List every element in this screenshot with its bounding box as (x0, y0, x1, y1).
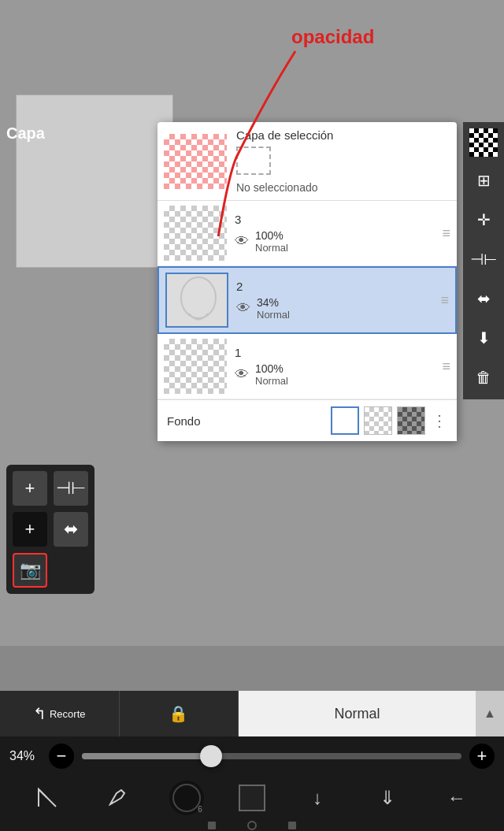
recorte-label: Recorte (50, 708, 86, 720)
merge-icon[interactable]: ⊣⊢ (54, 471, 88, 506)
eye-icon-2[interactable]: 👁 (236, 300, 250, 317)
eye-icon-1[interactable]: 👁 (235, 366, 249, 383)
layer-num-2: 2 (236, 280, 440, 293)
double-arrow-down-icon[interactable]: ⇓ (370, 781, 405, 815)
clipping-icon[interactable]: ⬌ (54, 512, 88, 547)
opacity-minus-button[interactable]: − (49, 744, 74, 769)
delete-icon[interactable]: 🗑 (468, 362, 499, 393)
bottom-toolbar: ↰ Recorte 🔒 Normal ▲ (0, 691, 504, 736)
nav-back-button[interactable] (288, 822, 296, 829)
layer-row-2[interactable]: 2 👁 34% Normal ≡ (158, 266, 457, 334)
layer-blend-3: Normal (255, 242, 288, 254)
opacity-slider-thumb[interactable] (200, 745, 222, 767)
opacity-plus-button[interactable]: + (469, 744, 495, 769)
brush-tool-icon[interactable] (99, 781, 134, 815)
layer-thumb-3 (164, 206, 227, 261)
selection-layer-thumb (164, 134, 227, 189)
layer-thumb-2 (165, 273, 228, 328)
capa-header-label: Capa (6, 124, 45, 143)
left-tool-panel: + ⊣⊢ + ⬌ 📷 (6, 465, 94, 594)
nav-stop-button[interactable] (208, 822, 216, 829)
checkerboard-icon[interactable] (469, 128, 498, 157)
layer-opacity-row-3: 👁 100% Normal (235, 229, 442, 254)
selection-dashed-box (236, 147, 271, 175)
layer-row-3[interactable]: 3 👁 100% Normal ≡ (158, 201, 457, 266)
square-tool-icon[interactable] (239, 785, 265, 811)
camera-icon[interactable]: 📷 (13, 553, 47, 588)
download-icon[interactable]: ⬇ (468, 322, 499, 354)
fondo-swatches (331, 406, 425, 435)
opacity-value: 34% (9, 749, 41, 763)
add-layer-icon[interactable]: + (13, 471, 47, 506)
blend-mode-button[interactable]: Normal (239, 691, 476, 736)
opacity-slider-track[interactable] (82, 753, 461, 759)
opacity-slider-fill (82, 753, 211, 759)
layer-row-1[interactable]: 1 👁 100% Normal ≡ (158, 334, 457, 399)
active-brush-icon[interactable]: 6 (169, 781, 204, 815)
layer-num-3: 3 (235, 213, 442, 226)
move-icon[interactable]: ✛ (468, 204, 499, 236)
recorte-button[interactable]: ↰ Recorte (0, 691, 120, 736)
layer-opacity-2: 34% (257, 296, 290, 309)
fondo-label: Fondo (167, 414, 331, 428)
system-nav (0, 819, 504, 831)
layer-thumb-1 (164, 339, 227, 394)
swatch-gray[interactable] (364, 406, 392, 435)
back-arrow-icon[interactable]: ← (439, 781, 474, 815)
layer-menu-icon-2[interactable]: ≡ (440, 292, 449, 309)
bottom-tools: 6 ↓ ⇓ ← (0, 776, 504, 819)
shrink-icon[interactable]: ⬌ (468, 283, 499, 314)
selection-layer-sub: No seleccionado (236, 181, 450, 194)
fondo-more-icon[interactable]: ⋮ (432, 411, 447, 430)
layer-blend-1: Normal (255, 375, 288, 387)
arrow-down-icon[interactable]: ↓ (300, 781, 335, 815)
swatch-white[interactable] (331, 406, 359, 435)
layer-blend-2: Normal (257, 309, 290, 321)
normal-label: Normal (334, 706, 380, 722)
layer-menu-icon-1[interactable]: ≡ (442, 358, 450, 375)
layer-info-1: 1 👁 100% Normal (235, 346, 442, 387)
svg-point-1 (181, 277, 216, 318)
selection-tool-icon[interactable] (30, 781, 65, 815)
svg-line-2 (39, 789, 46, 797)
flip-icon[interactable]: ⊣⊢ (468, 243, 499, 275)
layer-info-2: 2 👁 34% Normal (236, 280, 440, 321)
layer-opacity-row-2: 👁 34% Normal (236, 296, 440, 321)
opacity-slider-row: 34% − + (0, 736, 504, 776)
swatch-checker[interactable] (397, 406, 425, 435)
selection-layer-row[interactable]: Capa de selección No seleccionado (158, 122, 457, 201)
layer-num-1: 1 (235, 346, 442, 359)
add-mask-icon[interactable]: + (13, 512, 47, 547)
fondo-row: Fondo ⋮ (158, 399, 457, 441)
selection-layer-info: Capa de selección No seleccionado (236, 128, 450, 194)
layer-opacity-3: 100% (255, 229, 288, 242)
sketch-preview (16, 95, 173, 268)
selection-layer-title: Capa de selección (236, 128, 450, 142)
layer-panel: Capa de selección No seleccionado 3 👁 10… (158, 122, 457, 441)
brush-circle-inner (172, 784, 201, 812)
brush-number: 6 (198, 805, 202, 814)
eye-icon-3[interactable]: 👁 (235, 233, 249, 250)
layer-opacity-row-1: 👁 100% Normal (235, 362, 442, 387)
right-panel: ⊞ ✛ ⊣⊢ ⬌ ⬇ 🗑 (463, 122, 504, 399)
lock-button[interactable]: 🔒 (120, 691, 239, 736)
layer-opacity-1: 100% (255, 362, 288, 375)
layer-info-3: 3 👁 100% Normal (235, 213, 442, 254)
nav-home-button[interactable] (247, 821, 257, 830)
layer-menu-icon-3[interactable]: ≡ (442, 225, 450, 242)
expand-arrow[interactable]: ▲ (476, 691, 504, 736)
transform-icon[interactable]: ⊞ (468, 165, 499, 196)
